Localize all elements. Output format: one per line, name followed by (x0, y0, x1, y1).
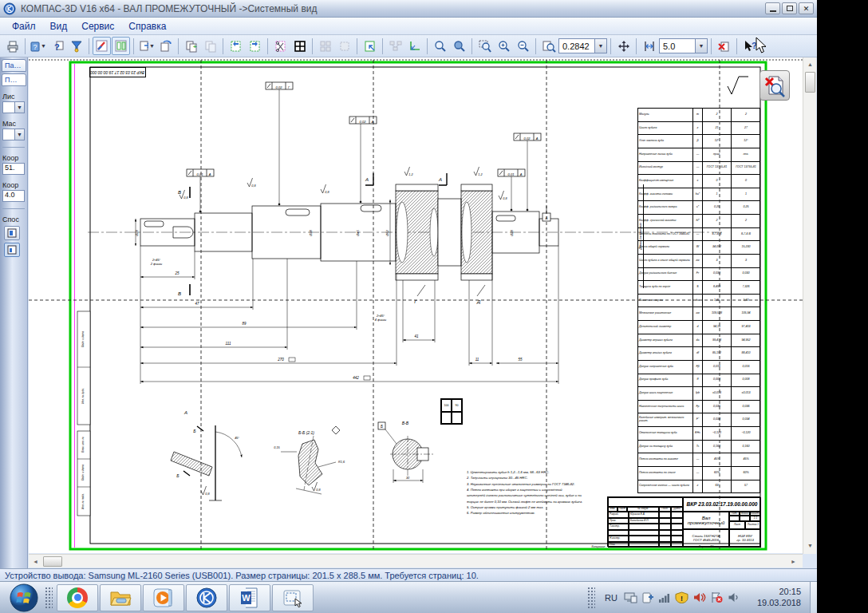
zoom-all-icon[interactable] (539, 37, 558, 55)
titleblock-sig-cell: Т.контр. (608, 524, 629, 530)
rotate-sheet-icon[interactable] (156, 37, 175, 55)
svg-text:А: А (183, 410, 187, 415)
zoom-window-icon[interactable] (475, 37, 494, 55)
preview-edit-toggle-icon[interactable] (93, 37, 111, 55)
four-pane-icon[interactable] (290, 37, 309, 55)
copy-sheet-icon[interactable]: + (182, 37, 200, 55)
tray-warning-shield-icon[interactable]: ! (675, 591, 688, 603)
fit-sheet-icon[interactable] (361, 37, 379, 55)
association-icon[interactable] (386, 37, 404, 55)
filter-icon[interactable] (67, 37, 85, 55)
titleblock-sig-cell: Балабанов И.П. (629, 518, 659, 524)
vertical-scrollbar[interactable]: ▲ ▼ (803, 57, 816, 554)
tray-volume-icon[interactable] (728, 591, 740, 603)
coord-y-field[interactable]: 4.0 (2, 190, 25, 202)
param-row: Высота до хорды ha 1,80 1,80 (638, 295, 760, 308)
kompas-icon (195, 587, 218, 609)
print-preview-viewport[interactable]: ВВААГДАБ-Б (2:1)В-ВББАБ25478911127044241… (29, 57, 803, 553)
horizontal-scrollbar[interactable]: ◄ ► (29, 554, 803, 568)
deselect-sheets-icon[interactable] (335, 37, 353, 55)
taskbar-kompas-button[interactable] (186, 584, 227, 611)
svg-text:А: А (371, 120, 374, 124)
svg-text:А: А (365, 177, 369, 182)
page-step-icon[interactable] (640, 37, 658, 55)
param-row: Степень точности по ГОСТ 1643-81 — 8-7-6… (638, 228, 760, 242)
taskbar-word-button[interactable]: W (229, 584, 270, 611)
tray-network-icon[interactable] (658, 591, 671, 603)
scroll-left-icon[interactable]: ◄ (30, 556, 41, 567)
menu-item[interactable]: Справка (121, 19, 173, 34)
taskbar-chrome-button[interactable] (57, 584, 98, 611)
chevron-down-icon[interactable]: ▼ (594, 39, 606, 53)
note-line: 4. Пятно контакта при сборке в зацеплени… (467, 487, 618, 492)
whats-this-icon[interactable]: ? (48, 37, 66, 55)
copy-sheet-disabled-icon[interactable] (201, 37, 219, 55)
zoom-in-icon[interactable] (495, 37, 513, 55)
titleblock-sig-cell (629, 542, 659, 548)
corner-snap-icon[interactable] (405, 37, 424, 55)
svg-text:Взам. инв. №: Взам. инв. № (81, 437, 85, 453)
horizontal-scroll-thumb[interactable] (43, 556, 62, 567)
scroll-up-icon[interactable]: ▲ (805, 59, 815, 69)
scroll-right-icon[interactable]: ► (788, 556, 799, 567)
tray-computer-icon[interactable] (624, 591, 637, 603)
scale-combobox-panel[interactable]: ▼ (2, 129, 25, 140)
material: Сталь 15ХГН2ТАГОСТ 4543-2016 (683, 529, 729, 548)
move-sheet-icon[interactable]: ▼ (137, 37, 156, 55)
scale-combobox[interactable]: 0.2842▼ (558, 38, 607, 53)
svg-text:W: W (242, 593, 251, 603)
prev-sheet-icon[interactable] (227, 37, 245, 55)
sheet-combobox[interactable]: ▼ (2, 101, 25, 113)
menu-item[interactable]: Вид (43, 19, 75, 34)
help-book-icon[interactable]: ?▼ (29, 37, 47, 55)
restore-button[interactable] (782, 2, 797, 14)
taskbar-grip (45, 587, 53, 609)
cut-sheet-icon[interactable] (271, 37, 290, 55)
chevron-down-icon[interactable]: ▼ (14, 102, 24, 113)
system-tray: RU ! 20:15 19.03.2018 (584, 582, 817, 613)
param-row: Допуск радиального биения Fr 0,030 0,030 (638, 268, 760, 282)
scroll-down-icon[interactable]: ▼ (805, 540, 815, 551)
tray-update-icon[interactable] (641, 591, 654, 603)
zoom-dark-icon[interactable] (450, 37, 468, 55)
svg-text:0,02: 0,02 (276, 85, 283, 89)
pan-icon[interactable] (614, 37, 633, 55)
svg-text:0,8: 0,8 (183, 196, 188, 200)
menu-item[interactable]: Сервис (74, 19, 121, 34)
taskbar-wmp-button[interactable] (143, 584, 184, 611)
coord-x-field[interactable]: 51. (2, 163, 25, 175)
svg-text:А: А (519, 172, 523, 176)
language-indicator[interactable]: RU (602, 593, 620, 603)
titleblock-sig-cell (608, 530, 629, 536)
panel-tab-print[interactable]: П… (2, 73, 26, 86)
tray-clock[interactable]: 20:15 19.03.2018 (744, 587, 806, 609)
chevron-down-icon[interactable]: ▼ (695, 39, 707, 53)
method-button-1[interactable] (4, 226, 20, 240)
taskbar-explorer-button[interactable] (100, 584, 141, 611)
vertical-scroll-thumb[interactable] (805, 72, 815, 93)
print-icon[interactable] (3, 37, 22, 55)
panel-tab-parameters[interactable]: Па… (2, 59, 26, 72)
svg-text:В-В: В-В (402, 421, 409, 425)
step-combobox[interactable]: 5.0▼ (659, 38, 708, 53)
title-bar[interactable]: КОМПАС-3D V16 x64 - ВАЛ ПРОМЕЖУТОЧНЫЙ ->… (0, 0, 817, 18)
select-sheets-icon[interactable] (316, 37, 334, 55)
show-desktop-button[interactable] (810, 582, 817, 613)
taskbar-snip-button[interactable] (272, 584, 314, 611)
tray-volume-alert-icon[interactable] (692, 591, 706, 603)
start-button[interactable] (6, 583, 41, 613)
param-row: Допуск шага зацепления fpb ±0,013 ±0,013 (638, 387, 760, 401)
svg-text:R1,6: R1,6 (338, 461, 345, 464)
zoom-area-icon[interactable] (431, 37, 449, 55)
menu-item[interactable]: Файл (5, 19, 43, 34)
chevron-down-icon[interactable]: ▼ (14, 129, 24, 140)
tray-flag-error-icon[interactable] (710, 591, 724, 603)
sheet-layout-toggle-icon[interactable] (112, 37, 130, 55)
next-sheet-icon[interactable] (246, 37, 264, 55)
minimize-button[interactable] (765, 2, 780, 14)
note-line: 6. Размер обеспечивается инструментом. (467, 510, 618, 516)
close-button[interactable]: ✕ (799, 2, 814, 14)
zoom-out-icon[interactable] (514, 37, 532, 55)
method-button-2[interactable] (4, 243, 20, 257)
close-preview-icon[interactable] (715, 37, 733, 55)
